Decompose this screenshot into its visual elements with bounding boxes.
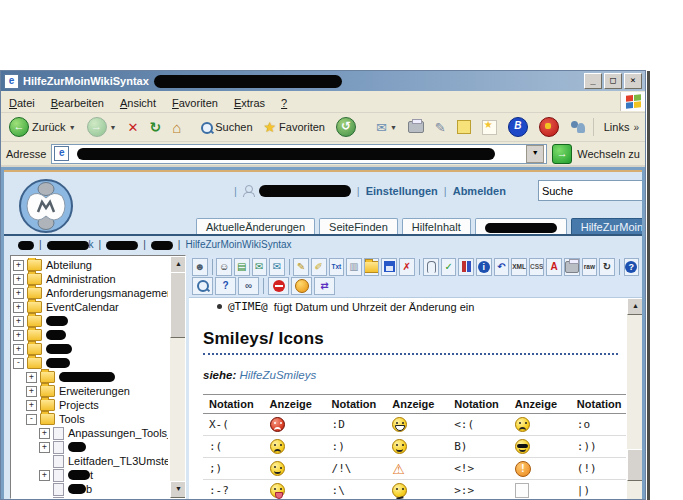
tree-expander[interactable]: + [13,330,24,341]
tree-item[interactable]: + [13,328,168,342]
swap-button[interactable]: ⇄ [314,277,335,295]
close-button[interactable]: × [624,73,642,89]
scrollbar-thumb[interactable] [627,449,642,481]
agent-button[interactable] [535,115,563,139]
tree-expander[interactable]: + [26,386,37,397]
xml-button[interactable]: XML [511,258,527,276]
edit-text-button[interactable]: ✐ [311,258,327,276]
edit-button[interactable]: ✎ [431,118,450,137]
open-folder-button[interactable] [364,258,380,276]
menu-item-bearbeiten[interactable]: Bearbeiten [51,97,104,109]
tree-item[interactable]: + [13,496,168,498]
breadcrumb-current-page[interactable]: HilfeZurMoinWikiSyntax [185,239,291,250]
notes-button[interactable] [453,118,475,136]
tab-aktuelleänderungen[interactable]: AktuelleÄnderungen [196,218,315,234]
help-button[interactable]: ? [624,258,640,276]
title-bar[interactable]: e HilfeZurMoinWikiSyntax _ □ × [1,71,645,91]
info-circle-button[interactable]: i [476,258,492,276]
edit-txt-button[interactable]: Txt [329,258,345,276]
links-button[interactable]: ∞ [238,277,259,295]
forward-dropdown[interactable]: ▼ [110,124,117,131]
tree-item-erweiterungen[interactable]: +Erweiterungen [13,384,168,398]
revert-button[interactable]: ↶ [494,258,510,276]
moinmoin-logo[interactable] [18,178,74,234]
breadcrumb-item-redacted[interactable] [106,239,138,250]
tree-expander[interactable]: + [39,498,50,499]
wiki-search-input[interactable] [538,180,645,201]
menu-item-favoriten[interactable]: Favoriten [172,97,218,109]
forward-button[interactable]: → ▼ [83,115,121,139]
tree-expander[interactable]: + [39,442,50,453]
menu-item-datei[interactable]: Datei [9,97,35,109]
chevron-icon[interactable]: » [633,122,637,133]
tree-expander[interactable]: - [26,414,37,425]
copy-button[interactable]: ▥ [346,258,362,276]
content-scrollbar[interactable]: ▲ [627,298,642,499]
tree-expander[interactable]: + [13,260,24,271]
sidebar-scrollbar[interactable]: ▲ ▼ [170,256,185,498]
tab-redacted[interactable] [475,218,567,234]
tree-item-administration[interactable]: +Administration [13,272,168,286]
back-dropdown[interactable]: ▼ [69,124,76,131]
add-favorite-button[interactable] [478,118,501,137]
refresh-button[interactable]: ↻ [145,117,165,137]
refresh-button[interactable]: ↻ [599,258,615,276]
tree-expander[interactable]: - [13,358,24,369]
raw-button[interactable]: raw [582,258,598,276]
menu-item-help[interactable]: ? [281,97,287,109]
address-input[interactable]: e ▼ [51,144,547,164]
user-button[interactable]: ☻ [192,258,208,276]
tree-item[interactable]: + [13,440,168,454]
delete-button[interactable]: ✗ [399,258,415,276]
mail-button[interactable]: ✉ ▼ [372,118,401,137]
tab-hilfezurmoinwikisyntax[interactable]: HilfeZurMoinWikiSyntax [571,218,645,234]
tree-expander[interactable]: + [39,428,50,439]
minimize-button[interactable]: _ [584,73,602,89]
book-button[interactable] [458,258,474,276]
tree-item[interactable]: + [13,314,168,328]
tab-seitefinden[interactable]: SeiteFinden [319,218,398,234]
tree-item[interactable]: +b [13,482,168,496]
tree-expander[interactable]: + [13,316,24,327]
tree-expander[interactable]: + [13,288,24,299]
edit-button[interactable]: ✎ [293,258,309,276]
tree-expander[interactable]: + [13,344,24,355]
hilfezusmileys-link[interactable]: HilfeZuSmileys [239,369,316,381]
search-button[interactable] [192,277,213,295]
mail-forward-button[interactable]: ✉ [269,258,285,276]
tree-expander[interactable]: + [13,274,24,285]
tree-item[interactable]: - [13,356,168,370]
tree-item[interactable]: + [13,370,168,384]
tree-expander[interactable]: + [13,302,24,313]
tree-item-anpassungen_tools_[interactable]: +Anpassungen_Tools_ [13,426,168,440]
search-button[interactable]: Suchen [197,119,256,135]
bluetooth-button[interactable]: B [504,115,532,139]
quickhelp-button[interactable]: ? [215,277,236,295]
tree-item-abteilung[interactable]: +Abteilung [13,258,168,272]
tree-item-anforderungsmanagement[interactable]: +Anforderungsmanagement [13,286,168,300]
print-button[interactable] [404,119,428,135]
settings-link[interactable]: Einstellungen [366,185,438,197]
maximize-button[interactable]: □ [604,73,622,89]
tree-item-projects[interactable]: +Projects [13,398,168,412]
info-button[interactable]: ▤ [234,258,250,276]
tab-hilfeinhalt[interactable]: HilfeInhalt [402,218,471,234]
breadcrumb-item-redacted[interactable] [151,239,173,250]
scroll-up-button[interactable]: ▲ [627,298,642,315]
tree-expander[interactable]: + [26,372,37,383]
tree-item-tools[interactable]: -Tools [13,412,168,426]
attach-button[interactable] [423,258,439,276]
package-button[interactable] [291,277,312,295]
scroll-up-button[interactable]: ▲ [170,256,186,273]
back-button[interactable]: ← Zurück ▼ [5,115,80,139]
tree-item[interactable]: + [13,342,168,356]
home-button[interactable]: ⌂ [168,117,185,138]
menu-item-extras[interactable]: Extras [234,97,265,109]
menu-item-ansicht[interactable]: Ansicht [120,97,156,109]
print-button[interactable] [564,258,580,276]
tree-item-leitfaden_tl3umstel[interactable]: +Leitfaden_TL3Umstel [13,454,168,468]
tree-item-eventcalendar[interactable]: +EventCalendar [13,300,168,314]
scrollbar-thumb[interactable] [170,272,186,338]
stop-button[interactable]: ✕ [124,118,143,137]
tree-item[interactable]: +t [13,468,168,482]
